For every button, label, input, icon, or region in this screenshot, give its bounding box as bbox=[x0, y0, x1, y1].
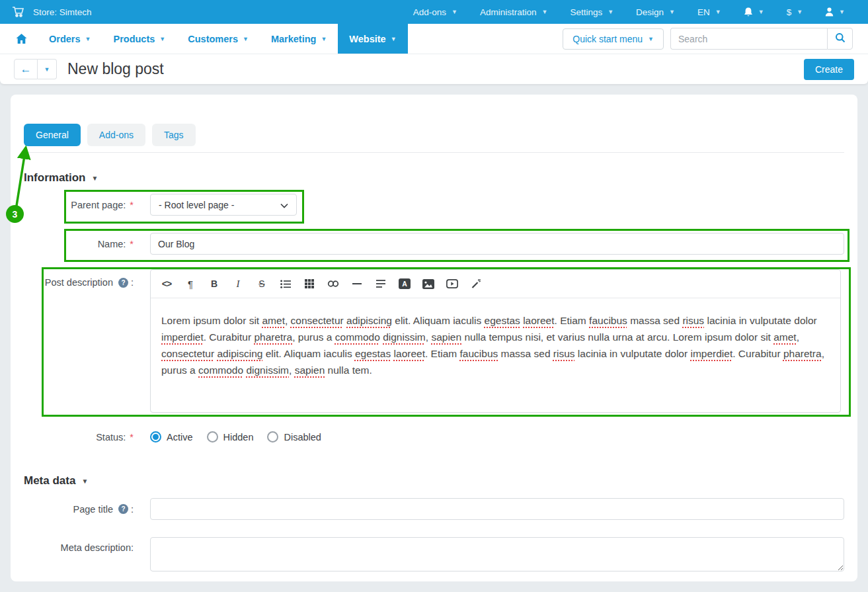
status-option-active[interactable]: Active bbox=[150, 431, 193, 443]
topbar-menu-settings[interactable]: Settings▼ bbox=[570, 7, 613, 17]
parent-page-select[interactable]: - Root level page - bbox=[150, 194, 297, 216]
radio-icon bbox=[267, 431, 278, 443]
bell-icon bbox=[744, 7, 753, 17]
code-icon[interactable]: <> bbox=[155, 272, 178, 296]
topbar-menu-currency[interactable]: $▼ bbox=[787, 7, 803, 17]
nav-item-products[interactable]: Products▼ bbox=[102, 24, 177, 54]
back-arrow-icon: ← bbox=[20, 63, 32, 76]
tab-general[interactable]: General bbox=[24, 124, 81, 146]
section-collapse-icon: ▼ bbox=[92, 175, 99, 182]
wysiwyg-editor: <>¶BISA Lorem ipsum dolor sit amet, cons… bbox=[150, 269, 841, 413]
help-icon[interactable]: ? bbox=[118, 504, 128, 514]
status-label: Status:* bbox=[24, 432, 150, 443]
editor-content[interactable]: Lorem ipsum dolor sit amet, consectetur … bbox=[151, 298, 840, 412]
chevron-down-icon: ▼ bbox=[669, 9, 675, 15]
video-icon[interactable] bbox=[440, 272, 464, 296]
paragraph-icon[interactable]: ¶ bbox=[178, 272, 202, 296]
nav-item-marketing[interactable]: Marketing▼ bbox=[260, 24, 338, 54]
parent-page-label: Parent page:* bbox=[24, 200, 150, 210]
radio-icon bbox=[207, 431, 218, 443]
topbar-menu-notifications[interactable]: ▼ bbox=[744, 7, 764, 17]
italic-icon[interactable]: I bbox=[226, 272, 250, 296]
chevron-down-icon: ▼ bbox=[758, 9, 764, 15]
meta-description-textarea[interactable] bbox=[150, 537, 844, 571]
unordered-list-icon[interactable] bbox=[274, 272, 297, 296]
tab-bar: General Add-ons Tags bbox=[24, 124, 844, 146]
topbar-menu-addons[interactable]: Add-ons▼ bbox=[413, 7, 457, 17]
annotation-step-badge: 3 bbox=[6, 205, 24, 223]
tab-divider bbox=[24, 152, 844, 153]
chevron-down-icon: ▼ bbox=[541, 9, 547, 15]
parent-page-row: Parent page:* - Root level page - bbox=[24, 194, 844, 216]
meta-data-section-header[interactable]: Meta data ▼ bbox=[24, 474, 844, 487]
chevron-down-icon: ▼ bbox=[839, 9, 845, 15]
search-button[interactable] bbox=[827, 28, 853, 50]
name-row: Name:* bbox=[24, 233, 844, 255]
chevron-down-icon: ▼ bbox=[321, 36, 327, 42]
nav-item-orders[interactable]: Orders▼ bbox=[38, 24, 102, 54]
cart-icon[interactable] bbox=[12, 6, 25, 18]
store-label: Store: Simtech bbox=[33, 7, 92, 17]
nav-item-customers[interactable]: Customers▼ bbox=[177, 24, 260, 54]
chevron-down-icon: ▼ bbox=[85, 36, 91, 42]
topbar-menu-administration[interactable]: Administration▼ bbox=[480, 7, 547, 17]
strikethrough-icon[interactable]: S bbox=[250, 272, 274, 296]
top-admin-bar: Store: Simtech Add-ons▼ Administration▼ … bbox=[0, 0, 868, 24]
user-icon bbox=[825, 7, 834, 17]
page-title-label: Page title ? : bbox=[24, 504, 150, 515]
chevron-down-icon bbox=[280, 200, 288, 210]
magic-wand-icon[interactable] bbox=[464, 272, 488, 296]
chevron-down-icon: ▼ bbox=[243, 36, 249, 42]
information-section-header[interactable]: Information ▼ bbox=[24, 171, 844, 185]
quick-start-menu-button[interactable]: Quick start menu▼ bbox=[563, 28, 664, 50]
chevron-down-icon: ▼ bbox=[159, 36, 165, 42]
chevron-down-icon: ▼ bbox=[715, 9, 721, 15]
bold-icon[interactable]: B bbox=[202, 272, 226, 296]
tab-tags[interactable]: Tags bbox=[152, 124, 196, 146]
meta-description-row: Meta description: bbox=[24, 537, 844, 571]
topbar-menu-design[interactable]: Design▼ bbox=[636, 7, 675, 17]
radio-icon bbox=[150, 431, 161, 443]
topbar-menu-language[interactable]: EN▼ bbox=[697, 7, 721, 17]
content-card: General Add-ons Tags Information ▼ Paren… bbox=[11, 95, 857, 581]
create-button[interactable]: Create bbox=[804, 59, 854, 80]
post-description-label: Post description ? : bbox=[24, 269, 150, 288]
nav-item-website[interactable]: Website▼ bbox=[338, 24, 407, 54]
page-title: New blog post bbox=[67, 60, 164, 78]
required-mark: * bbox=[130, 239, 134, 249]
chevron-down-icon: ▼ bbox=[797, 9, 803, 15]
chevron-down-icon: ▼ bbox=[44, 66, 50, 73]
topbar-menu-account[interactable]: ▼ bbox=[825, 7, 845, 17]
tab-addons[interactable]: Add-ons bbox=[87, 124, 145, 146]
name-label: Name:* bbox=[24, 239, 150, 249]
link-icon[interactable] bbox=[321, 272, 345, 296]
main-nav-bar: Orders▼ Products▼ Customers▼ Marketing▼ … bbox=[0, 24, 868, 54]
section-collapse-icon: ▼ bbox=[81, 478, 88, 485]
search-icon bbox=[835, 32, 846, 46]
image-icon[interactable] bbox=[416, 272, 440, 296]
search-input[interactable] bbox=[670, 28, 827, 50]
chevron-down-icon: ▼ bbox=[648, 36, 654, 42]
required-mark: * bbox=[130, 432, 134, 443]
table-icon[interactable] bbox=[297, 272, 321, 296]
editor-toolbar: <>¶BISA bbox=[151, 270, 840, 298]
name-input[interactable] bbox=[150, 233, 844, 255]
required-mark: * bbox=[130, 200, 134, 210]
help-icon[interactable]: ? bbox=[118, 278, 128, 288]
back-button[interactable]: ← bbox=[14, 59, 38, 79]
home-icon[interactable] bbox=[0, 24, 38, 54]
font-color-icon[interactable]: A bbox=[393, 272, 416, 296]
status-row: Status:* Active Hidden Disabled bbox=[24, 431, 844, 443]
status-option-hidden[interactable]: Hidden bbox=[207, 431, 254, 443]
chevron-down-icon: ▼ bbox=[608, 9, 613, 15]
meta-description-label: Meta description: bbox=[24, 537, 150, 553]
chevron-down-icon: ▼ bbox=[452, 9, 457, 15]
page-title-row: Page title ? : bbox=[24, 498, 844, 520]
align-icon[interactable] bbox=[369, 272, 393, 296]
back-dropdown-button[interactable]: ▼ bbox=[38, 59, 57, 79]
page-title-input[interactable] bbox=[150, 498, 844, 520]
status-option-disabled[interactable]: Disabled bbox=[267, 431, 321, 443]
status-radio-group: Active Hidden Disabled bbox=[150, 431, 321, 443]
horizontal-rule-icon[interactable] bbox=[345, 272, 369, 296]
page-header: ← ▼ New blog post Create bbox=[0, 54, 868, 84]
